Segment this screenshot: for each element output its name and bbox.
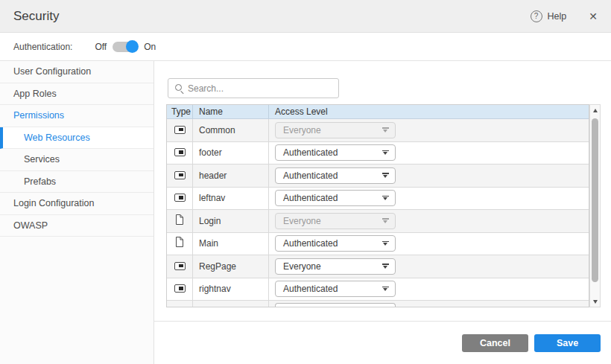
access-level-value: Authenticated — [283, 170, 338, 181]
chevron-down-icon — [382, 150, 389, 156]
search-input[interactable] — [188, 79, 335, 98]
cancel-button[interactable]: Cancel — [462, 334, 528, 352]
sidebar-item-label: Web Resources — [24, 132, 90, 143]
name-cell: rightnav — [193, 278, 269, 301]
table-header-row: Type Name Access Level — [167, 105, 589, 119]
partial-icon — [174, 191, 186, 205]
table-row-partial — [167, 301, 589, 307]
table-row[interactable]: leftnav Authenticated — [167, 188, 589, 211]
access-level-value: Authenticated — [283, 193, 338, 203]
access-level-cell: Authenticated — [269, 278, 589, 301]
sidebar-item-user-configuration[interactable]: User Configuration — [0, 61, 153, 83]
sidebar-item-login-configuration[interactable]: Login Configuration — [0, 193, 153, 215]
chevron-down-icon — [382, 127, 389, 132]
sidebar-item-label: Prefabs — [24, 176, 56, 187]
type-cell — [167, 165, 193, 187]
name-cell: Login — [193, 210, 269, 232]
type-cell — [167, 210, 193, 232]
access-level-select[interactable]: Authenticated — [275, 281, 396, 297]
resource-name: footer — [199, 147, 222, 158]
partial-icon — [174, 282, 186, 296]
access-level-value: Authenticated — [283, 238, 338, 249]
type-cell — [167, 188, 193, 210]
name-cell: Main — [193, 233, 269, 255]
name-cell: footer — [193, 142, 269, 165]
access-level-select[interactable]: Authenticated — [275, 167, 396, 184]
authentication-toggle[interactable] — [112, 40, 139, 53]
page-icon — [175, 214, 184, 225]
access-level-value: Authenticated — [283, 147, 338, 158]
save-button[interactable]: Save — [534, 334, 601, 352]
access-level-select[interactable]: Everyone — [275, 258, 396, 275]
table-row[interactable]: header Authenticated — [167, 165, 589, 188]
sidebar-item-services[interactable]: Services — [0, 149, 153, 171]
chevron-down-icon — [382, 218, 389, 223]
partial-icon — [174, 169, 186, 182]
scrollbar-thumb[interactable] — [592, 118, 598, 282]
sidebar-item-permissions[interactable]: Permissions — [0, 105, 153, 127]
help-icon[interactable]: ? — [531, 10, 542, 22]
type-cell — [167, 255, 193, 278]
sidebar-item-label: User Configuration — [13, 66, 91, 77]
permissions-table: Type Name Access Level Common Everyone f… — [166, 104, 589, 307]
scroll-down-icon[interactable] — [590, 297, 600, 306]
toggle-off-label: Off — [95, 42, 107, 52]
type-cell — [167, 142, 193, 165]
resource-name: RegPage — [199, 261, 236, 272]
sidebar-item-label: OWASP — [13, 220, 48, 231]
access-level-cell: Authenticated — [269, 188, 589, 210]
table-row[interactable]: Login Everyone — [167, 210, 589, 233]
name-cell: RegPage — [193, 255, 269, 278]
vertical-scrollbar[interactable] — [589, 104, 601, 307]
access-level-select: Everyone — [275, 122, 396, 138]
type-cell — [167, 278, 193, 301]
page-title: Security — [13, 9, 59, 24]
access-level-select[interactable]: Authenticated — [275, 235, 396, 252]
table-row[interactable]: footer Authenticated — [167, 142, 589, 165]
sidebar-item-web-resources[interactable]: Web Resources — [0, 127, 153, 150]
table-row[interactable]: Common Everyone — [167, 119, 589, 142]
footer-divider — [154, 321, 611, 322]
partial-icon — [174, 260, 186, 273]
access-level-value: Authenticated — [283, 284, 338, 294]
access-level-select: Everyone — [275, 213, 396, 229]
search-box — [168, 78, 339, 98]
chevron-down-icon — [382, 264, 389, 269]
sidebar-item-prefabs[interactable]: Prefabs — [0, 171, 153, 194]
sidebar-item-label: App Roles — [13, 89, 57, 99]
access-level-cell: Everyone — [269, 210, 589, 232]
partial-icon — [174, 146, 186, 159]
clipped-dropdown — [275, 303, 396, 308]
access-level-select[interactable]: Authenticated — [275, 190, 396, 206]
table-row[interactable]: Main Authenticated — [167, 233, 589, 256]
security-dialog: Security ? Help ✕ Authentication: Off On… — [0, 0, 611, 364]
partial-icon — [174, 124, 186, 137]
resource-name: Main — [199, 238, 218, 249]
sidebar-item-label: Services — [24, 154, 60, 165]
sidebar-item-owasp[interactable]: OWASP — [0, 215, 153, 237]
chevron-down-icon — [382, 196, 389, 201]
type-cell — [167, 119, 193, 141]
resource-name: Common — [199, 125, 235, 135]
sidebar-item-app-roles[interactable]: App Roles — [0, 83, 153, 106]
table-row[interactable]: rightnav Authenticated — [167, 278, 589, 301]
main-panel: Type Name Access Level Common Everyone f… — [154, 61, 611, 364]
access-level-cell: Authenticated — [269, 165, 589, 187]
sidebar-item-label: Permissions — [13, 110, 64, 121]
toggle-on-label: On — [144, 42, 156, 52]
toggle-knob — [126, 40, 139, 53]
access-level-value: Everyone — [283, 216, 321, 226]
help-link[interactable]: Help — [548, 11, 567, 22]
type-cell — [167, 233, 193, 255]
page-icon — [175, 214, 184, 228]
access-level-cell: Authenticated — [269, 233, 589, 255]
authentication-bar: Authentication: Off On — [0, 33, 611, 61]
access-level-cell: Everyone — [269, 255, 589, 278]
table-row[interactable]: RegPage Everyone — [167, 255, 589, 278]
scroll-up-icon[interactable] — [590, 106, 600, 115]
sidebar: User Configuration App Roles Permissions… — [0, 61, 154, 364]
access-level-select[interactable]: Authenticated — [275, 144, 396, 161]
close-icon[interactable]: ✕ — [589, 10, 598, 22]
name-cell: leftnav — [193, 188, 269, 210]
sidebar-item-label: Login Configuration — [13, 198, 94, 208]
